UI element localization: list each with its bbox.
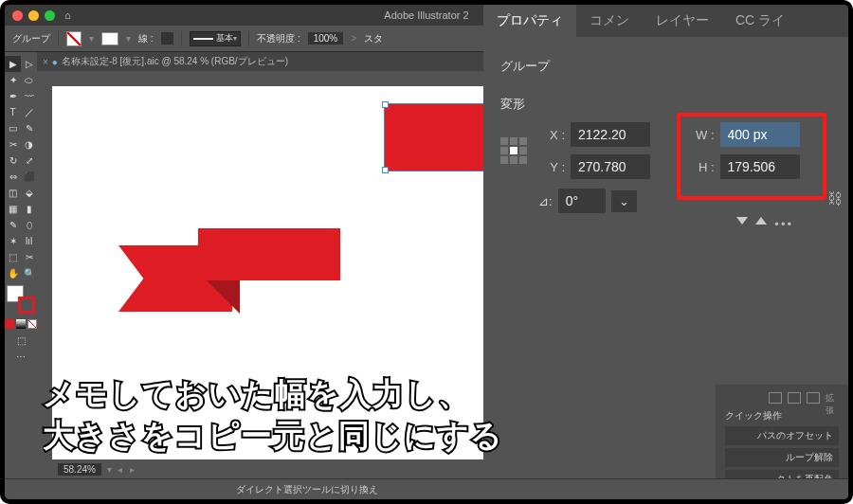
zoom-tool[interactable]: 🔍 <box>21 265 37 281</box>
ruler-horizontal <box>52 71 488 86</box>
lasso-tool[interactable]: ⬭ <box>21 72 37 88</box>
app-title: Adobe Illustrator 2 <box>384 9 468 21</box>
magic-wand-tool[interactable]: ✦ <box>5 72 21 88</box>
perspective-tool[interactable]: ⬙ <box>21 185 37 201</box>
align-icon[interactable] <box>769 392 782 404</box>
gradient-tool[interactable]: ▮ <box>21 201 37 217</box>
stroke-weight-field[interactable] <box>161 32 174 45</box>
free-transform-tool[interactable]: ⬛ <box>21 169 37 185</box>
selection-type-label: グループ <box>12 32 50 45</box>
color-mode-swatch[interactable] <box>5 319 14 329</box>
canvas-area: 58.24% ▾ ◂ ▸ <box>37 71 488 478</box>
stroke-profile-dropdown[interactable]: 基本▾ <box>190 31 241 46</box>
tab-cc-libraries[interactable]: CC ライ <box>722 5 798 37</box>
scale-tool[interactable]: ⤢ <box>21 153 37 169</box>
align-icon-2[interactable] <box>788 392 801 404</box>
y-label: Y : <box>544 160 565 174</box>
stroke-color[interactable] <box>18 297 35 314</box>
rotate-label: ⊿: <box>538 194 553 208</box>
fill-stroke-control[interactable] <box>7 285 35 314</box>
shape-builder-tool[interactable]: ◫ <box>5 185 21 201</box>
selected-red-rectangle[interactable] <box>384 103 488 171</box>
artboard-canvas[interactable] <box>52 86 488 459</box>
rotate-tool[interactable]: ↻ <box>5 153 21 169</box>
status-bar: ダイレクト選択ツールに切り換え <box>5 478 848 499</box>
rotate-dropdown[interactable]: ⌄ <box>611 190 637 212</box>
opacity-value[interactable]: 100% <box>308 32 344 45</box>
edit-toolbar-button[interactable]: ⋯ <box>13 349 29 365</box>
properties-dock: プロパティ コメン レイヤー CC ライ グループ 変形 X : W : Y :… <box>483 5 848 499</box>
ruler-vertical <box>37 71 52 478</box>
paintbrush-tool[interactable]: ✎ <box>21 120 37 136</box>
quick-actions-title: クイック操作 <box>725 409 839 423</box>
curvature-tool[interactable]: 〰 <box>21 88 37 104</box>
x-label: X : <box>544 128 565 142</box>
expand-label: 拡張 <box>826 392 839 404</box>
quick-action-ungroup[interactable]: ループ解除 <box>725 448 839 467</box>
style-label: スタ <box>364 32 383 45</box>
minimize-window-button[interactable] <box>28 10 39 21</box>
canvas-footer: 58.24% ▾ ◂ ▸ <box>52 459 488 478</box>
symbol-sprayer-tool[interactable]: ✶ <box>5 233 21 249</box>
selection-type-heading: グループ <box>500 58 831 75</box>
direct-selection-tool[interactable]: ▷ <box>21 56 37 72</box>
close-window-button[interactable] <box>12 10 23 21</box>
rectangle-tool[interactable]: ▭ <box>5 120 21 136</box>
transform-section: X : W : Y : H : <box>500 122 831 179</box>
tab-properties[interactable]: プロパティ <box>483 5 576 37</box>
panel-tab-bar: プロパティ コメン レイヤー CC ライ <box>483 5 848 37</box>
wh-highlight-annotation <box>677 113 826 200</box>
tab-comments[interactable]: コメン <box>576 5 643 37</box>
pen-tool[interactable]: ✒ <box>5 88 21 104</box>
selection-tool[interactable]: ▶ <box>5 56 21 72</box>
opacity-label: 不透明度 : <box>257 32 300 45</box>
x-position-input[interactable] <box>571 122 650 147</box>
none-mode-swatch[interactable] <box>27 319 37 329</box>
status-hint: ダイレクト選択ツールに切り換え <box>236 483 378 496</box>
hand-tool[interactable]: ✋ <box>5 265 21 281</box>
constrain-proportions-icon[interactable]: ⛓ <box>827 190 843 207</box>
quick-action-offset-path[interactable]: パスのオフセット <box>725 426 839 445</box>
tab-layers[interactable]: レイヤー <box>643 5 722 37</box>
shaper-tool[interactable]: ✂ <box>5 136 21 153</box>
stroke-label: 線 : <box>138 32 154 45</box>
transform-heading: 変形 <box>500 96 831 113</box>
flip-horizontal-button[interactable] <box>736 217 748 225</box>
tool-panel: ▶▷ ✦⬭ ✒〰 T／ ▭✎ ✂◑ ↻⤢ ⇔⬛ ◫⬙ ▦▮ ✎⬯ ✶lıl ⬚✂… <box>5 52 37 478</box>
home-icon[interactable]: ⌂ <box>64 9 71 21</box>
transform-options-button[interactable]: ••• <box>774 217 793 231</box>
flip-vertical-button[interactable] <box>755 217 767 225</box>
app-window: ⌂ Adobe Illustrator 2 グループ ▾ ▾ 線 : 基本▾ 不… <box>0 0 853 504</box>
eyedropper-tool[interactable]: ✎ <box>5 217 21 233</box>
mesh-tool[interactable]: ▦ <box>5 201 21 217</box>
zoom-level[interactable]: 58.24% <box>58 463 101 476</box>
reference-point-selector[interactable] <box>500 137 527 164</box>
artboard-tool[interactable]: ⬚ <box>5 249 21 265</box>
fill-swatch-none[interactable] <box>66 31 82 46</box>
screen-mode-button[interactable]: ⬚ <box>13 333 29 349</box>
column-graph-tool[interactable]: lıl <box>21 233 37 249</box>
eraser-tool[interactable]: ◑ <box>21 136 37 153</box>
slice-tool[interactable]: ✂ <box>21 249 37 265</box>
stroke-swatch[interactable] <box>101 32 118 45</box>
gradient-mode-swatch[interactable] <box>16 319 26 329</box>
ribbon-shape[interactable] <box>118 228 336 314</box>
maximize-window-button[interactable] <box>45 10 55 21</box>
width-tool[interactable]: ⇔ <box>5 169 21 185</box>
rotate-input[interactable] <box>558 189 606 213</box>
y-position-input[interactable] <box>571 154 650 179</box>
align-icon-3[interactable] <box>807 392 820 404</box>
type-tool[interactable]: T <box>5 104 21 120</box>
line-tool[interactable]: ／ <box>21 104 37 120</box>
blend-tool[interactable]: ⬯ <box>21 217 37 233</box>
